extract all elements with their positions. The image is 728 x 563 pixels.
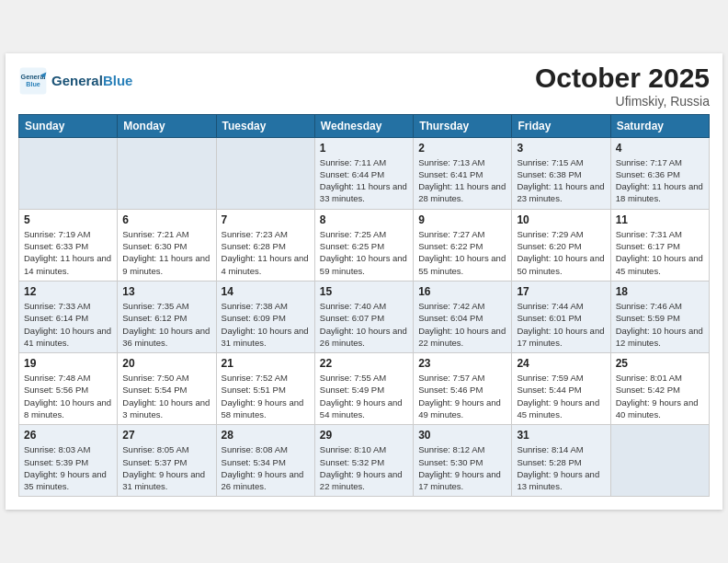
day-number: 6 bbox=[122, 213, 210, 226]
calendar-container: General Blue GeneralBlue October 2025 Uf… bbox=[6, 53, 722, 511]
svg-text:Blue: Blue bbox=[26, 80, 40, 88]
day-number: 2 bbox=[418, 142, 506, 155]
calendar-cell: 3Sunrise: 7:15 AM Sunset: 6:38 PM Daylig… bbox=[512, 137, 610, 209]
calendar-week-row: 12Sunrise: 7:33 AM Sunset: 6:14 PM Dayli… bbox=[19, 281, 710, 352]
calendar-cell bbox=[216, 137, 314, 209]
day-info: Sunrise: 7:48 AM Sunset: 5:56 PM Dayligh… bbox=[24, 372, 112, 420]
calendar-cell: 17Sunrise: 7:44 AM Sunset: 6:01 PM Dayli… bbox=[512, 281, 610, 352]
day-number: 21 bbox=[222, 357, 310, 370]
day-info: Sunrise: 7:19 AM Sunset: 6:33 PM Dayligh… bbox=[24, 228, 112, 277]
calendar-cell bbox=[118, 137, 216, 209]
calendar-cell: 25Sunrise: 8:01 AM Sunset: 5:42 PM Dayli… bbox=[610, 353, 709, 425]
location-title: Ufimskiy, Russia bbox=[535, 94, 710, 109]
day-info: Sunrise: 7:25 AM Sunset: 6:25 PM Dayligh… bbox=[320, 228, 408, 277]
day-info: Sunrise: 7:23 AM Sunset: 6:28 PM Dayligh… bbox=[222, 228, 310, 277]
day-info: Sunrise: 7:46 AM Sunset: 5:59 PM Dayligh… bbox=[616, 300, 704, 349]
logo-icon: General Blue bbox=[18, 66, 48, 96]
weekday-header-row: SundayMondayTuesdayWednesdayThursdayFrid… bbox=[19, 114, 710, 137]
calendar-cell: 26Sunrise: 8:03 AM Sunset: 5:39 PM Dayli… bbox=[19, 425, 118, 497]
calendar-table: SundayMondayTuesdayWednesdayThursdayFrid… bbox=[18, 114, 710, 498]
day-info: Sunrise: 7:13 AM Sunset: 6:41 PM Dayligh… bbox=[418, 156, 506, 205]
calendar-cell: 31Sunrise: 8:14 AM Sunset: 5:28 PM Dayli… bbox=[512, 425, 610, 497]
day-number: 13 bbox=[122, 285, 210, 298]
calendar-cell: 12Sunrise: 7:33 AM Sunset: 6:14 PM Dayli… bbox=[19, 281, 118, 352]
calendar-week-row: 1Sunrise: 7:11 AM Sunset: 6:44 PM Daylig… bbox=[19, 137, 710, 209]
calendar-cell: 13Sunrise: 7:35 AM Sunset: 6:12 PM Dayli… bbox=[118, 281, 216, 352]
logo-line2: Blue bbox=[103, 73, 133, 88]
day-info: Sunrise: 7:35 AM Sunset: 6:12 PM Dayligh… bbox=[122, 300, 210, 349]
day-info: Sunrise: 7:42 AM Sunset: 6:04 PM Dayligh… bbox=[418, 300, 506, 349]
calendar-cell bbox=[19, 137, 118, 209]
calendar-cell: 2Sunrise: 7:13 AM Sunset: 6:41 PM Daylig… bbox=[414, 137, 512, 209]
day-info: Sunrise: 7:33 AM Sunset: 6:14 PM Dayligh… bbox=[24, 300, 112, 349]
day-number: 23 bbox=[418, 357, 506, 370]
day-info: Sunrise: 7:40 AM Sunset: 6:07 PM Dayligh… bbox=[320, 300, 408, 349]
weekday-header-saturday: Saturday bbox=[610, 114, 709, 137]
logo: General Blue GeneralBlue bbox=[18, 66, 132, 96]
calendar-cell: 14Sunrise: 7:38 AM Sunset: 6:09 PM Dayli… bbox=[216, 281, 314, 352]
day-number: 17 bbox=[517, 285, 605, 298]
day-info: Sunrise: 7:57 AM Sunset: 5:46 PM Dayligh… bbox=[418, 372, 506, 420]
day-info: Sunrise: 8:14 AM Sunset: 5:28 PM Dayligh… bbox=[517, 443, 605, 492]
day-info: Sunrise: 7:50 AM Sunset: 5:54 PM Dayligh… bbox=[122, 372, 210, 420]
calendar-cell: 7Sunrise: 7:23 AM Sunset: 6:28 PM Daylig… bbox=[216, 209, 314, 281]
logo-line1: General bbox=[51, 73, 103, 88]
calendar-cell: 23Sunrise: 7:57 AM Sunset: 5:46 PM Dayli… bbox=[414, 353, 512, 425]
day-info: Sunrise: 7:29 AM Sunset: 6:20 PM Dayligh… bbox=[517, 228, 605, 277]
day-number: 24 bbox=[517, 357, 605, 370]
day-number: 3 bbox=[517, 142, 605, 155]
day-number: 14 bbox=[222, 285, 310, 298]
title-area: October 2025 Ufimskiy, Russia bbox=[535, 63, 710, 109]
day-number: 7 bbox=[222, 213, 310, 226]
day-info: Sunrise: 8:12 AM Sunset: 5:30 PM Dayligh… bbox=[418, 443, 506, 492]
weekday-header-sunday: Sunday bbox=[19, 114, 118, 137]
day-info: Sunrise: 7:38 AM Sunset: 6:09 PM Dayligh… bbox=[222, 300, 310, 349]
day-number: 1 bbox=[320, 142, 408, 155]
calendar-cell: 4Sunrise: 7:17 AM Sunset: 6:36 PM Daylig… bbox=[610, 137, 709, 209]
calendar-cell: 19Sunrise: 7:48 AM Sunset: 5:56 PM Dayli… bbox=[19, 353, 118, 425]
calendar-cell: 9Sunrise: 7:27 AM Sunset: 6:22 PM Daylig… bbox=[414, 209, 512, 281]
day-number: 27 bbox=[122, 429, 210, 442]
day-number: 20 bbox=[122, 357, 210, 370]
weekday-header-thursday: Thursday bbox=[414, 114, 512, 137]
day-info: Sunrise: 7:31 AM Sunset: 6:17 PM Dayligh… bbox=[616, 228, 704, 277]
calendar-cell: 27Sunrise: 8:05 AM Sunset: 5:37 PM Dayli… bbox=[118, 425, 216, 497]
day-info: Sunrise: 7:27 AM Sunset: 6:22 PM Dayligh… bbox=[418, 228, 506, 277]
calendar-cell: 16Sunrise: 7:42 AM Sunset: 6:04 PM Dayli… bbox=[414, 281, 512, 352]
calendar-cell: 29Sunrise: 8:10 AM Sunset: 5:32 PM Dayli… bbox=[314, 425, 413, 497]
day-info: Sunrise: 7:59 AM Sunset: 5:44 PM Dayligh… bbox=[517, 372, 605, 420]
calendar-cell: 11Sunrise: 7:31 AM Sunset: 6:17 PM Dayli… bbox=[610, 209, 709, 281]
day-number: 28 bbox=[222, 429, 310, 442]
day-number: 26 bbox=[24, 429, 112, 442]
day-number: 4 bbox=[616, 142, 704, 155]
calendar-cell: 5Sunrise: 7:19 AM Sunset: 6:33 PM Daylig… bbox=[19, 209, 118, 281]
day-number: 9 bbox=[418, 213, 506, 226]
day-number: 19 bbox=[24, 357, 112, 370]
day-info: Sunrise: 7:15 AM Sunset: 6:38 PM Dayligh… bbox=[517, 156, 605, 205]
calendar-cell: 30Sunrise: 8:12 AM Sunset: 5:30 PM Dayli… bbox=[414, 425, 512, 497]
calendar-week-row: 19Sunrise: 7:48 AM Sunset: 5:56 PM Dayli… bbox=[19, 353, 710, 425]
weekday-header-tuesday: Tuesday bbox=[216, 114, 314, 137]
calendar-cell: 28Sunrise: 8:08 AM Sunset: 5:34 PM Dayli… bbox=[216, 425, 314, 497]
day-number: 11 bbox=[616, 213, 704, 226]
header: General Blue GeneralBlue October 2025 Uf… bbox=[18, 63, 710, 109]
calendar-cell: 10Sunrise: 7:29 AM Sunset: 6:20 PM Dayli… bbox=[512, 209, 610, 281]
day-info: Sunrise: 7:21 AM Sunset: 6:30 PM Dayligh… bbox=[122, 228, 210, 277]
day-info: Sunrise: 7:11 AM Sunset: 6:44 PM Dayligh… bbox=[320, 156, 408, 205]
calendar-cell: 20Sunrise: 7:50 AM Sunset: 5:54 PM Dayli… bbox=[118, 353, 216, 425]
calendar-cell: 6Sunrise: 7:21 AM Sunset: 6:30 PM Daylig… bbox=[118, 209, 216, 281]
day-number: 31 bbox=[517, 429, 605, 442]
day-number: 5 bbox=[24, 213, 112, 226]
weekday-header-monday: Monday bbox=[118, 114, 216, 137]
day-number: 29 bbox=[320, 429, 408, 442]
month-title: October 2025 bbox=[535, 63, 710, 94]
day-info: Sunrise: 7:55 AM Sunset: 5:49 PM Dayligh… bbox=[320, 372, 408, 420]
calendar-week-row: 5Sunrise: 7:19 AM Sunset: 6:33 PM Daylig… bbox=[19, 209, 710, 281]
day-number: 15 bbox=[320, 285, 408, 298]
day-number: 12 bbox=[24, 285, 112, 298]
day-number: 16 bbox=[418, 285, 506, 298]
calendar-cell: 24Sunrise: 7:59 AM Sunset: 5:44 PM Dayli… bbox=[512, 353, 610, 425]
weekday-header-friday: Friday bbox=[512, 114, 610, 137]
calendar-cell: 18Sunrise: 7:46 AM Sunset: 5:59 PM Dayli… bbox=[610, 281, 709, 352]
calendar-cell: 21Sunrise: 7:52 AM Sunset: 5:51 PM Dayli… bbox=[216, 353, 314, 425]
